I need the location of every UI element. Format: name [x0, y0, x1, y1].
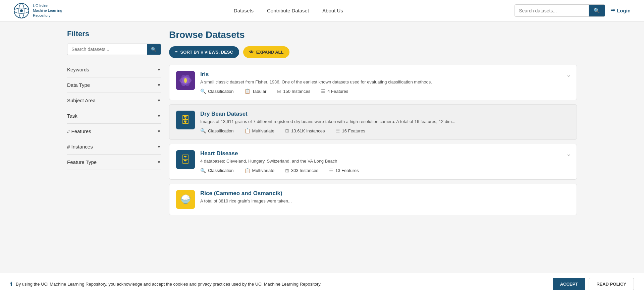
expand-icon[interactable]: ⌄ — [566, 71, 571, 78]
sidebar-search-input[interactable] — [67, 44, 147, 55]
heart-disease-features: ☰ 13 Features — [329, 168, 359, 173]
rice-description: A total of 3810 rice grain's images were… — [200, 198, 570, 204]
rice-body: Rice (Cammeo and Osmancik) A total of 38… — [200, 190, 570, 208]
heart-disease-description: 4 databases: Cleveland, Hungary, Switzer… — [200, 158, 570, 164]
database-icon: 🗄 — [181, 115, 190, 126]
sidebar-search: 🔍 — [67, 44, 161, 55]
dataset-card-dry-bean[interactable]: 🗄 Dry Bean Dataset Images of 13,611 grai… — [169, 104, 577, 140]
filter-feature-type[interactable]: Feature Type ▼ — [67, 154, 161, 170]
heart-disease-thumbnail: 🗄 — [176, 150, 195, 169]
chevron-down-icon: ▼ — [157, 144, 161, 149]
grid-icon: ⊞ — [277, 88, 281, 94]
dry-bean-data-type: 📋 Multivariate — [245, 128, 274, 133]
rice-name: Rice (Cammeo and Osmancik) — [200, 190, 570, 197]
nav-about[interactable]: About Us — [322, 8, 343, 13]
sort-button[interactable]: ≡ SORT BY # VIEWS, DESC — [169, 46, 239, 58]
table-icon: 📋 — [245, 88, 250, 94]
iris-features: ☰ 4 Features — [321, 88, 348, 94]
nav-datasets[interactable]: Datasets — [234, 8, 254, 13]
dataset-card-rice[interactable]: 🍚 Rice (Cammeo and Osmancik) A total of … — [169, 184, 577, 215]
dataset-card-iris[interactable]: Iris A small classic dataset from Fisher… — [169, 65, 577, 100]
header-search-input[interactable] — [515, 5, 589, 16]
svg-point-3 — [20, 9, 23, 12]
sort-icon: ≡ — [175, 50, 178, 55]
header-search: 🔍 — [515, 4, 605, 17]
sidebar-search-button[interactable]: 🔍 — [147, 44, 161, 55]
dry-bean-description: Images of 13,611 grains of 7 different r… — [200, 119, 570, 125]
logo-icon — [13, 3, 30, 19]
list-icon: ☰ — [336, 128, 340, 133]
expand-icon[interactable]: ⌄ — [566, 150, 571, 158]
rice-thumbnail: 🍚 — [176, 190, 195, 209]
rice-icon: 🍚 — [180, 194, 191, 204]
grid-icon: ⊞ — [285, 128, 289, 133]
chevron-down-icon: ▼ — [157, 83, 161, 87]
dry-bean-meta: 🔍 Classification 📋 Multivariate ⊞ 13.61K… — [200, 128, 570, 133]
heart-disease-name: Heart Disease — [200, 150, 570, 157]
filter-instances[interactable]: # Instances ▼ — [67, 139, 161, 154]
login-icon: ⮕ — [610, 8, 615, 13]
heart-disease-meta: 🔍 Classification 📋 Multivariate ⊞ 303 In… — [200, 168, 570, 173]
nav-contribute[interactable]: Contribute Dataset — [267, 8, 309, 13]
filter-features[interactable]: # Features ▼ — [67, 123, 161, 139]
iris-meta: 🔍 Classification 📋 Tabular ⊞ 150 Instanc… — [200, 88, 570, 94]
database-icon: 🗄 — [181, 154, 190, 165]
iris-task: 🔍 Classification — [200, 88, 234, 94]
iris-thumbnail — [176, 71, 195, 90]
table-icon: 📋 — [245, 128, 250, 133]
table-icon: 📋 — [245, 168, 250, 173]
header: UC Irvine Machine Learning Repository Da… — [0, 0, 644, 21]
chevron-down-icon: ▼ — [157, 67, 161, 72]
header-search-button[interactable]: 🔍 — [589, 5, 605, 16]
filter-data-type[interactable]: Data Type ▼ — [67, 77, 161, 93]
search-icon: 🔍 — [200, 168, 206, 173]
svg-point-8 — [184, 78, 187, 83]
header-right: 🔍 ⮕ Login — [515, 4, 631, 17]
grid-icon: ⊞ — [285, 168, 289, 173]
logo[interactable]: UC Irvine Machine Learning Repository — [13, 3, 62, 19]
chevron-down-icon: ▼ — [157, 160, 161, 165]
dry-bean-task: 🔍 Classification — [200, 128, 234, 133]
list-icon: ☰ — [321, 88, 325, 94]
dry-bean-instances: ⊞ 13.61K Instances — [285, 128, 325, 133]
search-icon: 🔍 — [200, 128, 206, 133]
main-layout: Filters 🔍 Keywords ▼ Data Type ▼ Subject… — [60, 21, 584, 227]
chevron-down-icon: ▼ — [157, 98, 161, 103]
logo-text: UC Irvine Machine Learning Repository — [33, 3, 62, 18]
dry-bean-name: Dry Bean Dataset — [200, 111, 570, 117]
sidebar: Filters 🔍 Keywords ▼ Data Type ▼ Subject… — [67, 30, 161, 219]
toolbar: ≡ SORT BY # VIEWS, DESC 👁 EXPAND ALL — [169, 46, 577, 58]
content-area: Browse Datasets ≡ SORT BY # VIEWS, DESC … — [169, 30, 577, 219]
heart-disease-body: Heart Disease 4 databases: Cleveland, Hu… — [200, 150, 570, 173]
iris-body: Iris A small classic dataset from Fisher… — [200, 71, 570, 94]
dry-bean-body: Dry Bean Dataset Images of 13,611 grains… — [200, 111, 570, 133]
login-button[interactable]: ⮕ Login — [610, 8, 631, 13]
iris-data-type: 📋 Tabular — [245, 88, 267, 94]
expand-all-button[interactable]: 👁 EXPAND ALL — [243, 46, 290, 58]
heart-disease-data-type: 📋 Multivariate — [245, 168, 274, 173]
dry-bean-thumbnail: 🗄 — [176, 111, 195, 129]
dataset-card-heart-disease[interactable]: 🗄 Heart Disease 4 databases: Cleveland, … — [169, 144, 577, 179]
search-icon: 🔍 — [200, 88, 206, 94]
iris-name: Iris — [200, 71, 570, 78]
iris-instances: ⊞ 150 Instances — [277, 88, 310, 94]
heart-disease-instances: ⊞ 303 Instances — [285, 168, 318, 173]
filters-title: Filters — [67, 30, 161, 38]
list-icon: ☰ — [329, 168, 333, 173]
eye-icon: 👁 — [249, 50, 254, 55]
filter-task[interactable]: Task ▼ — [67, 108, 161, 123]
main-nav: Datasets Contribute Dataset About Us — [234, 8, 343, 13]
browse-title: Browse Datasets — [169, 30, 577, 40]
filter-subject-area[interactable]: Subject Area ▼ — [67, 93, 161, 108]
iris-description: A small classic dataset from Fisher, 193… — [200, 79, 570, 85]
chevron-down-icon: ▼ — [157, 129, 161, 134]
dry-bean-features: ☰ 16 Features — [336, 128, 365, 133]
chevron-down-icon: ▼ — [157, 114, 161, 118]
heart-disease-task: 🔍 Classification — [200, 168, 234, 173]
filter-keywords[interactable]: Keywords ▼ — [67, 62, 161, 77]
